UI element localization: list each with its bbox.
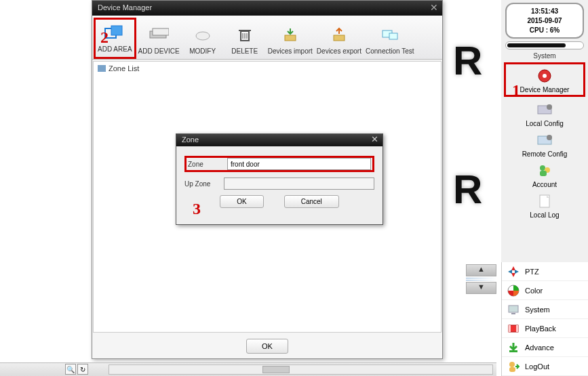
menu-label: Advance: [525, 343, 554, 352]
svg-rect-25: [509, 306, 518, 312]
menu-label: Color: [525, 287, 543, 295]
svg-rect-13: [389, 33, 397, 39]
zone-ok-button[interactable]: OK: [220, 195, 263, 208]
menu-advance[interactable]: Advance: [502, 338, 588, 357]
svg-rect-26: [511, 313, 515, 314]
remote-config-side-button[interactable]: Remote Config: [501, 129, 588, 159]
menu-label: PlayBack: [525, 325, 556, 333]
scroll-up-button[interactable]: ▲: [466, 264, 496, 276]
zone-dialog-title: Zone: [182, 135, 199, 144]
upzone-field-label: Up Zone: [184, 180, 224, 188]
annotation-2: 2: [100, 28, 109, 47]
system-icon: [507, 304, 520, 316]
devices-export-button[interactable]: Devices export: [315, 22, 364, 59]
menu-playback[interactable]: PlayBack: [502, 319, 588, 338]
zone-input[interactable]: [227, 158, 371, 170]
devices-import-button[interactable]: Devices import: [266, 22, 315, 59]
menu-system[interactable]: System: [502, 300, 588, 319]
annotation-3: 3: [193, 200, 201, 218]
local-log-icon: [535, 192, 554, 210]
account-icon: [535, 162, 554, 180]
toolbar-label: ADD DEVICE: [138, 47, 180, 55]
svg-rect-30: [509, 350, 517, 352]
zone-field-row: Zone: [184, 156, 374, 172]
local-log-side-button[interactable]: Local Log: [501, 190, 588, 220]
svg-rect-1: [111, 26, 122, 35]
svg-point-17: [547, 104, 552, 110]
modify-button[interactable]: MODIFY: [182, 22, 224, 59]
toolbar-label: MODIFY: [184, 47, 222, 55]
clock-cpu: CPU : 6%: [507, 26, 583, 35]
clock-date: 2015-09-07: [507, 16, 583, 26]
divider: [466, 280, 496, 280]
svg-rect-10: [285, 35, 296, 41]
svg-rect-32: [509, 367, 515, 372]
scrollbar-thumb[interactable]: [262, 366, 290, 373]
svg-rect-29: [516, 325, 518, 332]
svg-point-19: [547, 135, 552, 140]
delete-icon: [233, 24, 257, 45]
zone-list-label: Zone List: [109, 64, 139, 72]
import-icon: [278, 24, 302, 45]
menu-ptz[interactable]: PTZ: [502, 262, 588, 281]
toolbar-label: DELETE: [226, 47, 264, 55]
background-glyph: R: [453, 37, 482, 84]
svg-rect-11: [334, 35, 345, 41]
device-manager-title: Device Manager: [98, 3, 152, 12]
color-icon: [507, 285, 520, 297]
modify-icon: [191, 24, 215, 45]
refresh-icon[interactable]: ↻: [77, 364, 88, 375]
zone-field-label: Zone: [188, 161, 227, 168]
close-icon[interactable]: ✕: [430, 2, 438, 13]
svg-rect-28: [509, 325, 511, 332]
svg-point-31: [509, 362, 515, 367]
svg-point-15: [543, 74, 547, 78]
upzone-field-row: Up Zone: [184, 177, 374, 190]
local-config-side-button[interactable]: Local Config: [501, 98, 588, 129]
menu-label: LogOut: [525, 362, 549, 371]
side-button-label: Account: [501, 181, 588, 188]
device-manager-ok-button[interactable]: OK: [246, 339, 288, 354]
device-manager-icon: [535, 67, 554, 85]
zone-list-root[interactable]: Zone List: [94, 62, 441, 75]
device-manager-footer: OK: [92, 334, 442, 358]
menu-logout[interactable]: LogOut: [502, 357, 588, 376]
account-side-button[interactable]: Account: [501, 159, 588, 190]
divider: [466, 278, 496, 278]
zone-dialog-buttons: OK Cancel: [184, 195, 374, 208]
system-label: System: [501, 51, 588, 61]
toolbar-label: Connection Test: [366, 47, 414, 55]
side-button-label: Local Config: [501, 120, 588, 127]
svg-rect-22: [540, 171, 547, 176]
local-config-icon: [535, 101, 554, 119]
svg-point-20: [540, 165, 545, 171]
menu-label: PTZ: [525, 268, 539, 276]
horizontal-scrollbar[interactable]: [109, 364, 493, 375]
add-device-icon: [146, 24, 171, 45]
close-icon[interactable]: ✕: [371, 134, 378, 144]
delete-button[interactable]: DELETE: [224, 22, 266, 59]
magnify-icon[interactable]: 🔍: [65, 364, 76, 375]
side-button-label: Remote Config: [501, 150, 588, 158]
annotation-1: 1: [512, 81, 520, 100]
add-device-button[interactable]: ADD DEVICE: [136, 22, 182, 59]
menu-color[interactable]: Color: [502, 281, 588, 300]
zone-dialog-form: Zone Up Zone OK Cancel: [176, 146, 383, 213]
upzone-input[interactable]: [224, 177, 374, 190]
progress-fill: [507, 43, 566, 47]
zone-dialog-titlebar[interactable]: Zone ✕: [176, 134, 383, 146]
menu-label: System: [525, 306, 550, 314]
playback-icon: [507, 322, 520, 335]
connection-test-button[interactable]: Connection Test: [364, 22, 416, 59]
clock-time: 13:51:43: [507, 7, 583, 16]
pane-scroll-controls: ▲ ▼: [466, 264, 496, 295]
export-icon: [327, 24, 351, 45]
device-manager-titlebar[interactable]: Device Manager ✕: [92, 1, 442, 16]
zone-dialog: Zone ✕ Zone Up Zone OK Cancel: [176, 133, 383, 225]
device-manager-toolbar: ADD AREA ADD DEVICE MODIFY DELETE Device…: [92, 16, 442, 60]
toolbar-label: Devices export: [317, 47, 361, 55]
progress-bar: [505, 41, 584, 49]
scroll-down-button[interactable]: ▼: [466, 282, 496, 294]
advance-icon: [507, 341, 520, 354]
zone-cancel-button[interactable]: Cancel: [284, 195, 339, 208]
